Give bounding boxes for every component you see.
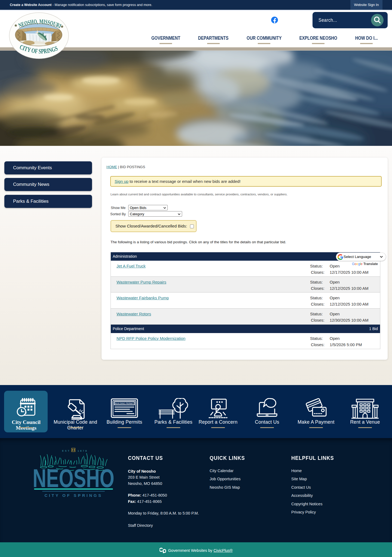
svg-text:1878: 1878 xyxy=(78,450,88,452)
svg-text:NEOSHO: NEOSHO xyxy=(33,464,114,493)
svg-text:EST: EST xyxy=(62,450,71,452)
svg-text:BUILDING PERMIT: BUILDING PERMIT xyxy=(115,402,134,405)
svg-text:CITY OF SPRINGS: CITY OF SPRINGS xyxy=(44,493,102,498)
